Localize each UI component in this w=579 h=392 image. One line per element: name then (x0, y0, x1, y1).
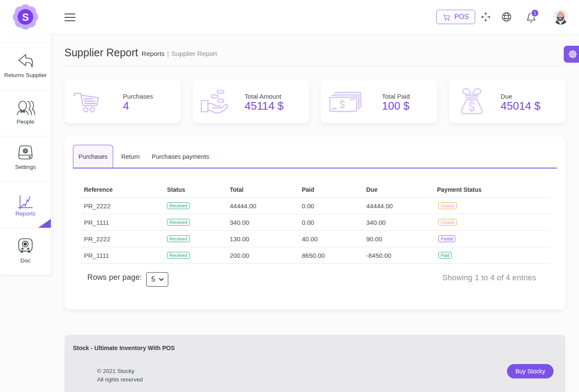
svg-text:S: S (22, 11, 29, 23)
